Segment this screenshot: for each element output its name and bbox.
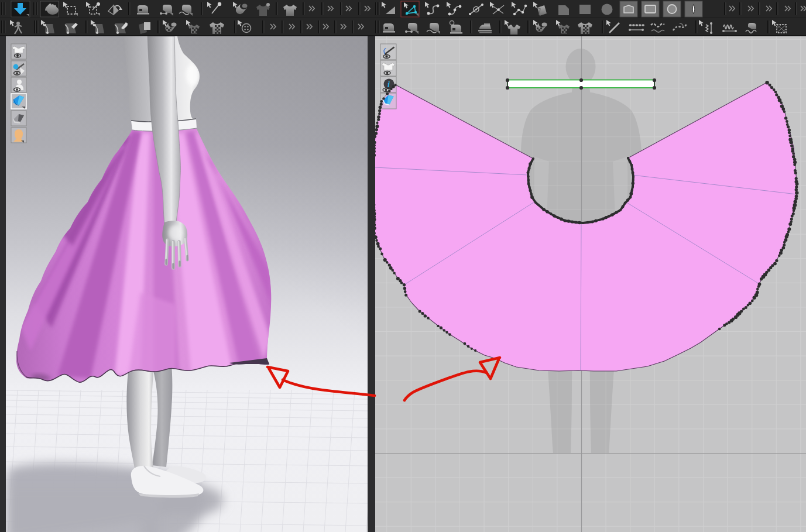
svg-text:i: i: [387, 80, 390, 89]
